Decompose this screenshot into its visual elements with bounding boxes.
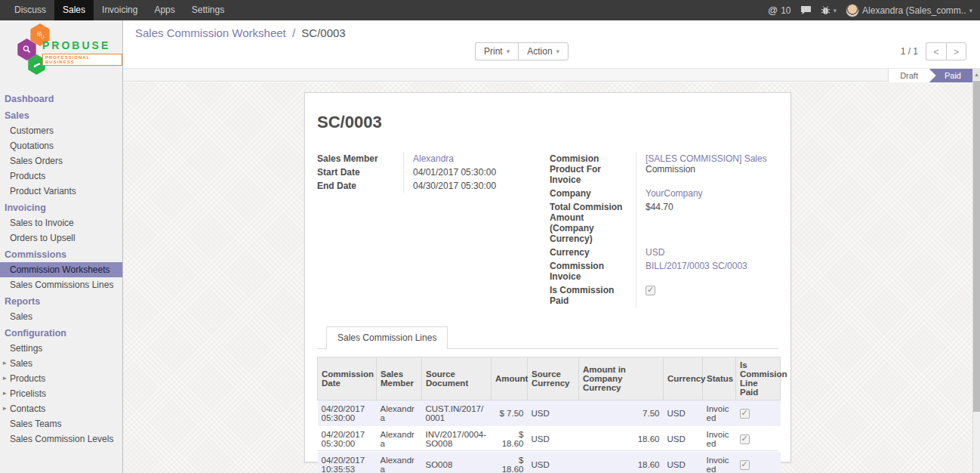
chevron-down-icon: ▾ (507, 48, 510, 55)
chevron-down-icon: ▾ (556, 48, 560, 55)
line-paid-checkbox[interactable] (740, 434, 750, 444)
scroll-up-button[interactable]: ▲ (973, 68, 980, 80)
col-source-document: Source Document (422, 357, 492, 400)
table-row[interactable]: 04/20/2017 10:35:53 Alexandra SO008 $ 18… (318, 452, 781, 473)
mentions-button[interactable]: @ 10 (768, 5, 791, 16)
sidebar-item-sales-teams[interactable]: Sales Teams (0, 416, 122, 431)
cell-currency: USD (664, 400, 703, 427)
cell-member: Alexandra (377, 452, 422, 473)
cell-date: 04/20/2017 05:30:00 (318, 426, 377, 452)
sidebar-item-config-sales[interactable]: ▸Sales (0, 356, 122, 371)
form-sheet: SC/0003 Sales Member Alexandra Start Dat… (304, 92, 791, 462)
field-label-total-commission: Total Commision Amount (Company Currency… (550, 200, 636, 246)
field-group-left: Sales Member Alexandra Start Date 04/01/… (317, 152, 536, 308)
top-menu-list: Discuss Sales Invoicing Apps Settings (0, 0, 233, 20)
cell-status: Invoiced (703, 452, 736, 473)
sidebar-item-sales-to-invoice[interactable]: Sales to Invoice (0, 215, 122, 230)
sidebar-item-settings[interactable]: Settings (0, 341, 122, 356)
sidebar-section-configuration[interactable]: Configuration (0, 324, 122, 341)
debug-menu-button[interactable]: ▾ (821, 5, 837, 15)
sidebar-item-config-products[interactable]: ▸Products (0, 371, 122, 386)
expand-arrow-icon: ▸ (3, 374, 7, 382)
is-commission-paid-checkbox[interactable] (646, 286, 655, 295)
breadcrumb-parent-link[interactable]: Sales Commission Worksheet (135, 26, 286, 39)
cell-source: INV/2017/0004-SO008 (422, 426, 492, 452)
sidebar-item-sales-commission-levels[interactable]: Sales Commission Levels (0, 431, 122, 447)
sidebar-item-quotations[interactable]: Quotations (0, 138, 122, 153)
field-value-commission-product-link[interactable]: [SALES COMMISSION] Sales (646, 153, 767, 164)
action-label: Action (527, 46, 552, 57)
record-pager: 1 / 1 < > (901, 42, 966, 60)
cell-currency: USD (664, 452, 703, 473)
col-amount: Amount (492, 357, 528, 400)
sidebar-item-commission-worksheets[interactable]: Commission Worksheets (0, 262, 122, 277)
nav-invoicing[interactable]: Invoicing (94, 0, 146, 20)
nav-discuss[interactable]: Discuss (6, 0, 54, 20)
vertical-scrollbar[interactable]: ▲ (972, 68, 980, 473)
sidebar-section-dashboard[interactable]: Dashboard (0, 90, 122, 107)
breadcrumb-current: SC/0003 (301, 26, 345, 39)
pager-previous-button[interactable]: < (926, 42, 946, 60)
table-row[interactable]: 04/20/2017 05:30:00 Alexandra CUST.IN/20… (318, 400, 781, 427)
field-value-currency[interactable]: USD (646, 247, 664, 258)
cell-member: Alexandra (377, 426, 422, 452)
messages-button[interactable] (800, 5, 812, 15)
sidebar-section-commissions[interactable]: Commissions (0, 246, 122, 262)
nav-settings[interactable]: Settings (183, 0, 233, 20)
sidebar-section-sales[interactable]: Sales (0, 107, 122, 123)
sidebar-item-sales-commissions-lines[interactable]: Sales Commissions Lines (0, 277, 122, 292)
notebook-tabs: Sales Commission Lines (317, 326, 778, 349)
sidebar-item-sales-orders[interactable]: Sales Orders (0, 153, 122, 168)
tab-sales-commission-lines[interactable]: Sales Commission Lines (326, 326, 448, 349)
table-row[interactable]: 04/20/2017 05:30:00 Alexandra INV/2017/0… (318, 426, 781, 452)
logo-subtitle: PROFESSIONAL BUSINESS (42, 54, 122, 66)
status-draft[interactable]: Draft (888, 69, 929, 82)
nav-apps[interactable]: Apps (146, 0, 183, 20)
line-paid-checkbox[interactable] (740, 460, 750, 470)
sidebar-item-reports-sales[interactable]: Sales (0, 309, 122, 324)
cell-line-paid (736, 452, 781, 473)
top-navbar: Discuss Sales Invoicing Apps Settings @ … (0, 0, 980, 20)
sidebar-item-customers[interactable]: Customers (0, 123, 122, 138)
chevron-down-icon: ▾ (834, 7, 837, 14)
breadcrumb-separator: / (289, 26, 298, 39)
field-value-total-commission: $44.70 (636, 200, 778, 246)
cell-source-currency: USD (528, 452, 579, 473)
scrollbar-thumb[interactable] (973, 81, 980, 412)
chat-bubble-icon (800, 5, 812, 15)
pager-next-button[interactable]: > (946, 42, 966, 60)
sidebar-menu: Dashboard Sales Customers Quotations Sal… (0, 90, 122, 447)
field-value-commission-invoice[interactable]: BILL/2017/0003 SC/0003 (646, 261, 747, 271)
user-name: Alexandra (Sales_comm.. (862, 5, 966, 16)
sidebar-section-reports[interactable]: Reports (0, 292, 122, 309)
sidebar-item-config-pricelists[interactable]: ▸Pricelists (0, 386, 122, 401)
sidebar-item-label: Contacts (10, 403, 45, 414)
sidebar-item-products[interactable]: Products (0, 168, 122, 184)
expand-arrow-icon: ▸ (3, 389, 7, 397)
field-value-sales-member[interactable]: Alexandra (413, 153, 454, 164)
field-value-end-date: 04/30/2017 05:30:00 (403, 179, 536, 193)
print-button[interactable]: Print ▾ (475, 42, 518, 60)
cell-currency: USD (664, 426, 703, 452)
cell-source-currency: USD (528, 426, 579, 452)
cell-amount: $ 7.50 (492, 400, 528, 427)
bug-icon (821, 5, 831, 15)
cell-amount-company: 18.60 (579, 452, 664, 473)
field-value-commission-product-rest: Commission (646, 164, 695, 175)
action-button[interactable]: Action ▾ (518, 42, 569, 60)
sidebar-item-product-variants[interactable]: Product Variants (0, 184, 122, 199)
sidebar-item-config-contacts[interactable]: ▸Contacts (0, 401, 122, 416)
chevron-down-icon: ▾ (969, 7, 972, 14)
sidebar-item-label: Sales (10, 358, 32, 369)
nav-sales[interactable]: Sales (54, 0, 94, 20)
user-menu[interactable]: Alexandra (Sales_comm.. ▾ (846, 4, 972, 17)
field-label-start-date: Start Date (317, 165, 403, 179)
sidebar-section-invoicing[interactable]: Invoicing (0, 199, 122, 215)
main-area: Sales Commission Worksheet / SC/0003 Pri… (123, 20, 980, 473)
field-group-right: Commision Product For Invoice [SALES COM… (550, 152, 778, 308)
statusbar: Draft Paid (123, 68, 972, 82)
line-paid-checkbox[interactable] (740, 409, 750, 419)
sidebar-item-orders-to-upsell[interactable]: Orders to Upsell (0, 230, 122, 246)
field-value-company[interactable]: YourCompany (646, 188, 703, 199)
list-end-divider (317, 450, 778, 451)
